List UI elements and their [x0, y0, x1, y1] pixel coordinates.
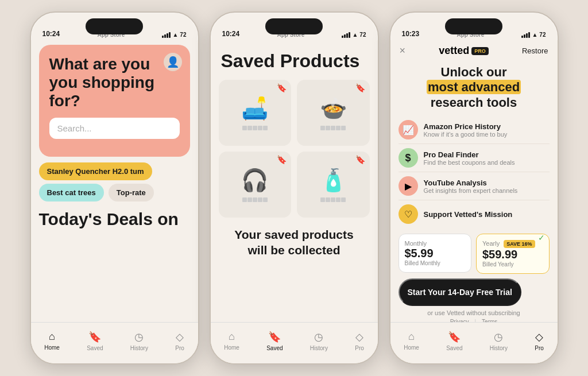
yearly-card-wrapper: ✓ Yearly SAVE 16% $59.99 Billed Yearly — [476, 234, 550, 274]
product-card-1[interactable]: 🔖 🛋️ — [219, 80, 292, 146]
tab-home-3[interactable]: ⌂ Home — [404, 331, 419, 351]
feature-text-2: Pro Deal Finder Find the best coupons an… — [424, 150, 550, 166]
feature-name-1: Amazon Price History — [424, 122, 550, 131]
saved-icon-3: 🔖 — [448, 331, 461, 343]
pill-cat-trees[interactable]: Best cat trees — [39, 184, 104, 201]
stars-2 — [320, 126, 346, 130]
phone-1: 10:24 App Store ▲ 72 👤 What are — [30, 11, 199, 365]
home-icon-2: ⌂ — [229, 331, 235, 343]
phone-3: 10:23 App Store ▲ 72 × vetted P — [389, 11, 559, 365]
feature-pro-deal: $ Pro Deal Finder Find the best coupons … — [399, 144, 550, 172]
tab-history-2[interactable]: ◷ History — [310, 331, 328, 351]
status-time-3: 10:23 — [402, 30, 420, 38]
tab-saved-2[interactable]: 🔖 Saved — [266, 331, 283, 351]
saved-title: Saved Products — [221, 51, 368, 72]
tab-home-label-1: Home — [44, 344, 60, 351]
restore-button[interactable]: Restore — [522, 46, 548, 55]
tab-history-3[interactable]: ◷ History — [490, 331, 508, 351]
yearly-amount: $59.99 — [482, 248, 543, 261]
product-card-4[interactable]: 🔖 🧴 — [297, 152, 370, 218]
home-icon-1: ⌂ — [49, 331, 55, 343]
tab-pro-label-1: Pro — [175, 345, 184, 351]
tab-saved-label-2: Saved — [266, 345, 283, 351]
avatar[interactable]: 👤 — [164, 53, 182, 71]
product-img-1: 🛋️ — [241, 96, 268, 121]
tab-pro-2[interactable]: ◇ Pro — [355, 331, 364, 351]
tab-home-2[interactable]: ⌂ Home — [224, 331, 239, 351]
wifi-icon-1: ▲ — [172, 32, 178, 38]
cta-button[interactable]: Start Your 14-Day Free Trial — [399, 278, 521, 306]
monthly-price-card[interactable]: Monthly $5.99 Billed Monthly — [399, 234, 472, 273]
bookmark-icon-1: 🔖 — [277, 83, 287, 92]
bookmark-icon-4: 🔖 — [355, 155, 365, 164]
tab-bar-3: ⌂ Home 🔖 Saved ◷ History ◇ Pro — [390, 322, 558, 363]
monthly-amount: $5.99 — [405, 247, 466, 260]
yearly-period: Yearly SAVE 16% — [482, 240, 543, 248]
tab-bar-2: ⌂ Home 🔖 Saved ◷ History ◇ Pro — [211, 322, 378, 363]
pro-icon-1: ◇ — [176, 331, 184, 343]
status-time-2: 10:24 — [222, 30, 240, 38]
product-card-2[interactable]: 🔖 🍲 — [297, 80, 370, 146]
dynamic-island-2 — [265, 18, 323, 34]
product-img-4: 🧴 — [320, 168, 347, 193]
avatar-icon: 👤 — [164, 53, 182, 71]
empty-state: Your saved products will be collected — [228, 227, 361, 258]
phone3-main: × vetted PRO Restore Unlock our most adv… — [390, 40, 558, 363]
tab-saved-label-1: Saved — [87, 345, 103, 351]
search-bar[interactable]: Search... — [49, 118, 180, 139]
feature-support: ♡ Support Vetted's Mission — [399, 200, 550, 228]
hero-card: 👤 What are you you shopping for? Search.… — [39, 45, 190, 157]
stars-4 — [320, 197, 346, 202]
pro-icon-3: ◇ — [535, 331, 543, 343]
tab-history-label-3: History — [490, 345, 508, 351]
pro-badge: PRO — [471, 47, 489, 55]
unlock-title: Unlock our most advanced research tools — [400, 65, 548, 110]
status-icons-3: ▲ 72 — [521, 32, 546, 38]
tab-saved-1[interactable]: 🔖 Saved — [87, 331, 103, 351]
monthly-period: Monthly — [405, 240, 466, 247]
wifi-icon-2: ▲ — [352, 32, 358, 38]
phone3-content: × vetted PRO Restore Unlock our most adv… — [390, 40, 558, 363]
tab-pro-1[interactable]: ◇ Pro — [175, 331, 184, 351]
feature-text-4: Support Vetted's Mission — [424, 210, 550, 219]
tab-pro-3[interactable]: ◇ Pro — [535, 331, 544, 351]
products-grid: 🔖 🛋️ 🔖 🍲 🔖 — [219, 80, 370, 218]
stars-3 — [242, 197, 268, 202]
phone1-main: 👤 What are you you shopping for? Search.… — [31, 40, 198, 363]
tab-home-label-3: Home — [404, 344, 419, 351]
close-button[interactable]: × — [400, 45, 406, 57]
product-card-3[interactable]: 🔖 🎧 — [219, 152, 292, 218]
phone-2: 10:24 App Store ▲ 72 Saved Products 🔖 — [210, 11, 379, 365]
selected-checkmark: ✓ — [538, 233, 545, 242]
tab-home-1[interactable]: ⌂ Home — [44, 331, 60, 351]
tab-history-1[interactable]: ◷ History — [130, 331, 148, 351]
deals-heading: Today's Deals on — [39, 210, 190, 228]
features-list: 📈 Amazon Price History Know if it's a go… — [390, 116, 558, 228]
save-badge: SAVE 16% — [504, 240, 535, 248]
feature-price-history: 📈 Amazon Price History Know if it's a go… — [399, 116, 550, 144]
signal-icon-3 — [521, 32, 530, 38]
pill-row: Stanley Quencher H2.0 tum — [39, 162, 190, 180]
yearly-price-card[interactable]: ✓ Yearly SAVE 16% $59.99 Billed Yearly — [476, 234, 550, 274]
feature-text-1: Amazon Price History Know if it's a good… — [424, 122, 550, 138]
phone2-main: Saved Products 🔖 🛋️ 🔖 🍲 — [211, 40, 378, 363]
phone2-content: Saved Products 🔖 🛋️ 🔖 🍲 — [211, 40, 378, 363]
unlock-line1: Unlock our — [441, 65, 507, 79]
product-img-3: 🎧 — [241, 168, 268, 193]
no-subscribe-text: or use Vetted without subscribing — [390, 309, 558, 316]
status-icons-2: ▲ 72 — [342, 32, 366, 38]
pro-header: × vetted PRO Restore — [390, 40, 558, 61]
phone1-content: 👤 What are you you shopping for? Search.… — [31, 40, 198, 363]
battery-icon-2: 72 — [359, 32, 366, 38]
saved-icon-2: 🔖 — [268, 331, 281, 343]
pill-top-rated[interactable]: Top-rate — [109, 184, 154, 201]
tab-saved-3[interactable]: 🔖 Saved — [446, 331, 462, 351]
logo-text: vetted — [439, 45, 469, 57]
bookmark-icon-2: 🔖 — [355, 83, 365, 92]
feature-name-3: YouTube Analysis — [424, 179, 550, 187]
price-history-icon: 📈 — [399, 120, 418, 139]
pill-stanley[interactable]: Stanley Quencher H2.0 tum — [39, 162, 152, 180]
tab-pro-label-3: Pro — [535, 345, 544, 351]
unlock-section: Unlock our most advanced research tools — [390, 61, 558, 116]
feature-desc-2: Find the best coupons and deals — [424, 159, 550, 166]
